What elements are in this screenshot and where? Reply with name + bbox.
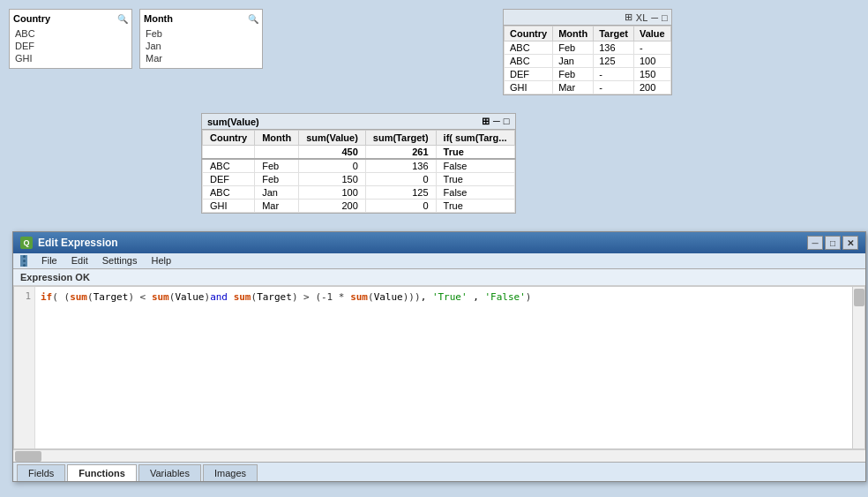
table-row[interactable]: ABC Jan 125 100 [505, 55, 671, 68]
dialog-close-button[interactable]: ✕ [842, 236, 858, 250]
horizontal-scrollbar-area[interactable] [13, 449, 865, 462]
cell: True [436, 200, 514, 213]
table-row[interactable]: ABC Feb 136 - [505, 41, 671, 55]
code-value2: Value [374, 291, 403, 303]
country-header: Country 🔍 [13, 13, 128, 24]
month-item-jan[interactable]: Jan [144, 40, 258, 52]
cell: DEF [203, 173, 255, 186]
expression-status: Expression OK [13, 269, 865, 286]
expression-editor[interactable]: 1 if( (sum(Target) < sum(Value)and sum(T… [13, 286, 865, 449]
cell: 100 [299, 186, 366, 200]
code-true-str: 'True' [432, 291, 468, 303]
tab-fields[interactable]: Fields [17, 464, 65, 481]
cell: 125 [594, 55, 634, 68]
code-and: and [210, 291, 228, 303]
code-paren: ( ( [52, 291, 70, 303]
dialog-titlebar: Q Edit Expression ─ □ ✕ [13, 232, 865, 253]
code-space: , [468, 291, 485, 303]
country-item-abc[interactable]: ABC [13, 27, 128, 40]
code-paren10: ))) [403, 291, 421, 303]
scrollbar-thumb-h [15, 451, 41, 462]
line-numbers: 1 [14, 287, 35, 448]
tab-images[interactable]: Images [203, 464, 258, 481]
country-label: Country [13, 13, 50, 24]
menu-edit[interactable]: Edit [71, 255, 88, 267]
cell: 0 [365, 200, 436, 213]
code-close: ) [526, 291, 532, 303]
cell: 0 [365, 173, 436, 186]
dialog-menubar: File Edit Settings Help [13, 253, 865, 269]
xl-icon: ⊞ [625, 11, 632, 23]
sum-col-month: Month [255, 131, 299, 146]
code-paren2: ( [87, 291, 94, 303]
table-row[interactable]: ABC Jan 100 125 False [203, 186, 515, 200]
cell: ABC [505, 41, 553, 55]
month-header: Month 🔍 [144, 13, 258, 24]
sum-col-country: Country [203, 131, 255, 146]
cell: True [436, 173, 514, 186]
sum-maximize-icon[interactable]: □ [504, 116, 510, 127]
country-item-def[interactable]: DEF [13, 40, 128, 52]
edit-expression-dialog: Q Edit Expression ─ □ ✕ File Edit Settin… [12, 231, 866, 482]
code-paren9: ( [368, 291, 374, 303]
cell: ABC [203, 186, 255, 200]
cell: 136 [365, 159, 436, 173]
total-cell: 261 [365, 146, 436, 160]
table-row[interactable]: DEF Feb - 150 [505, 68, 671, 81]
dialog-app-icon: Q [20, 237, 33, 249]
xl-table: Country Month Target Value ABC Feb 136 -… [504, 26, 671, 94]
top-list-area: Country 🔍 ABC DEF GHI Month 🔍 Feb Jan Ma… [9, 9, 263, 69]
cell: Feb [255, 159, 299, 173]
total-cell [203, 146, 255, 160]
code-if-fn: if [41, 291, 52, 303]
sum-table: Country Month sum(Value) sum(Target) if(… [202, 130, 515, 213]
month-item-mar[interactable]: Mar [144, 52, 258, 64]
drag-dot [23, 255, 26, 258]
month-item-feb[interactable]: Feb [144, 27, 258, 40]
code-value: Value [175, 291, 204, 303]
total-cell [255, 146, 299, 160]
xl-maximize-icon[interactable]: □ [662, 12, 668, 23]
expression-code[interactable]: if( (sum(Target) < sum(Value)and sum(Tar… [35, 287, 852, 448]
table-row[interactable]: DEF Feb 150 0 True [203, 173, 515, 186]
cell: 150 [633, 68, 670, 81]
code-sum-value2: sum [350, 291, 368, 303]
dialog-tabs: Fields Functions Variables Images [13, 462, 865, 481]
code-sum-value: sum [152, 291, 169, 303]
dialog-window-controls: ─ □ ✕ [807, 236, 858, 250]
menu-file[interactable]: File [41, 255, 57, 267]
code-sum-target: sum [70, 291, 87, 303]
cell: False [436, 186, 514, 200]
dialog-minimize-button[interactable]: ─ [807, 236, 823, 250]
code-sp [228, 291, 234, 303]
drag-handle[interactable] [20, 255, 27, 267]
month-listbox: Month 🔍 Feb Jan Mar [139, 9, 263, 69]
code-gt: > [298, 291, 316, 303]
sum-minimize-icon[interactable]: ─ [493, 116, 500, 127]
country-item-ghi[interactable]: GHI [13, 52, 128, 64]
country-search-icon[interactable]: 🔍 [117, 14, 128, 24]
sum-col-value: sum(Value) [299, 131, 366, 146]
drag-dot [23, 260, 26, 262]
tab-functions[interactable]: Functions [67, 464, 137, 481]
cell: ABC [505, 55, 553, 68]
tab-variables[interactable]: Variables [138, 464, 201, 481]
month-search-icon[interactable]: 🔍 [248, 14, 258, 24]
menu-settings[interactable]: Settings [102, 255, 138, 267]
xl-panel-titlebar: ⊞ XL ─ □ [504, 10, 671, 26]
table-row[interactable]: GHI Mar 200 0 True [203, 200, 515, 213]
sum-panel-label: sum(Value) [207, 117, 259, 127]
table-row[interactable]: ABC Feb 0 136 False [203, 159, 515, 173]
menu-help[interactable]: Help [151, 255, 171, 267]
code-lt: < [134, 291, 152, 303]
code-target2: Target [257, 291, 292, 303]
xl-label: XL [636, 12, 647, 23]
code-false-str: 'False' [485, 291, 526, 303]
cell: 100 [633, 55, 670, 68]
vertical-scrollbar[interactable] [852, 287, 864, 448]
cell: Jan [553, 55, 594, 68]
line-number-1: 1 [18, 290, 31, 302]
dialog-maximize-button[interactable]: □ [825, 236, 841, 250]
xl-minimize-icon[interactable]: ─ [651, 12, 658, 23]
table-row[interactable]: GHI Mar - 200 [505, 81, 671, 94]
